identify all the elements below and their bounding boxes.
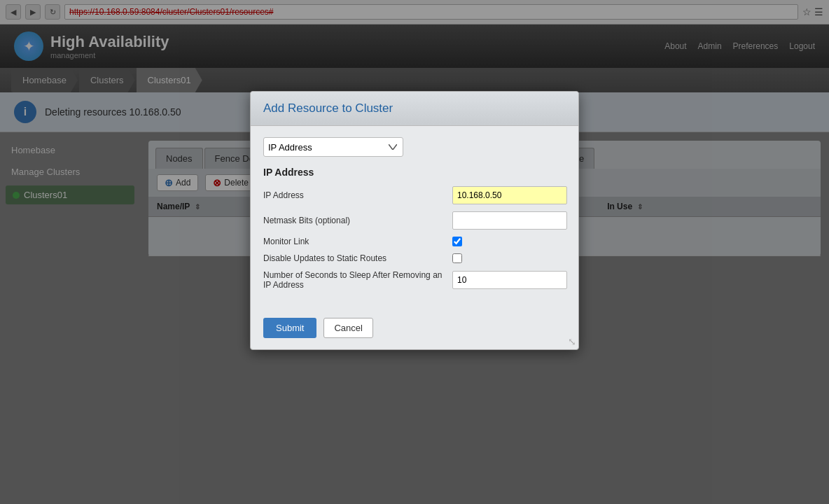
section-title: IP Address (263, 167, 566, 178)
dialog-title: Add Resource to Cluster (263, 102, 566, 115)
form-row-disable-updates: Disable Updates to Static Routes (263, 253, 566, 263)
cancel-button[interactable]: Cancel (323, 318, 372, 338)
netmask-input[interactable] (452, 211, 567, 230)
form-row-ip: IP Address (263, 186, 566, 204)
resize-handle[interactable]: ⤡ (568, 336, 576, 347)
submit-button[interactable]: Submit (263, 318, 316, 338)
label-netmask: Netmask Bits (optional) (263, 216, 445, 225)
label-disable-updates: Disable Updates to Static Routes (263, 253, 445, 263)
sleep-seconds-input[interactable] (452, 271, 567, 289)
label-monitor-link: Monitor Link (263, 237, 445, 246)
monitor-link-checkbox[interactable] (452, 237, 462, 246)
dialog-body: IP Address FS NFS Script IP Address IP A… (251, 126, 578, 308)
form-row-sleep-seconds: Number of Seconds to Sleep After Removin… (263, 270, 566, 290)
dialog-footer: Submit Cancel (251, 308, 578, 349)
disable-updates-checkbox[interactable] (452, 253, 462, 263)
form-row-netmask: Netmask Bits (optional) (263, 211, 566, 230)
dialog-overlay: Add Resource to Cluster IP Address FS NF… (0, 0, 829, 482)
label-sleep-seconds: Number of Seconds to Sleep After Removin… (263, 270, 445, 290)
label-ip-address: IP Address (263, 190, 445, 200)
form-row-monitor-link: Monitor Link (263, 237, 566, 246)
add-resource-dialog: Add Resource to Cluster IP Address FS NF… (250, 91, 579, 350)
dialog-header: Add Resource to Cluster (251, 92, 578, 126)
resource-type-select[interactable]: IP Address FS NFS Script (263, 137, 403, 157)
ip-address-input[interactable] (452, 186, 567, 204)
